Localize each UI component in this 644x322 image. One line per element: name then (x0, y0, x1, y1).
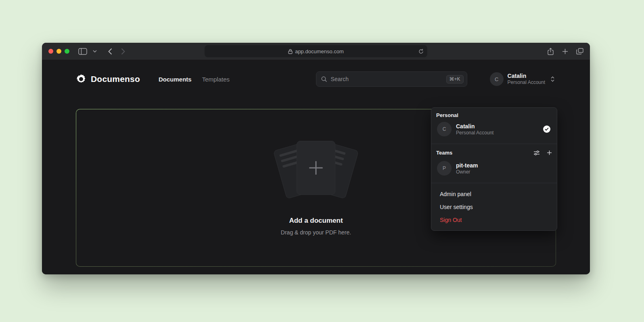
chevron-down-icon[interactable] (93, 50, 97, 52)
account-dropdown-menu: Personal C Catalin Personal Account (431, 107, 557, 231)
search-icon (321, 76, 327, 82)
search-placeholder: Search (331, 76, 349, 82)
documents-illustration (270, 140, 362, 201)
search-input[interactable]: Search ⌘+K (316, 71, 467, 87)
forward-icon[interactable] (121, 48, 125, 55)
back-icon[interactable] (108, 48, 112, 55)
minimize-window-button[interactable] (56, 49, 61, 54)
nav-documents[interactable]: Documents (159, 76, 192, 83)
personal-account-name: Catalin (456, 123, 493, 130)
account-name: Catalin (508, 73, 545, 80)
share-icon[interactable] (547, 48, 554, 55)
browser-titlebar: app.documenso.com (42, 43, 590, 60)
avatar: C (437, 122, 452, 136)
add-team-icon[interactable] (547, 150, 552, 155)
menu-item-admin-panel[interactable]: Admin panel (435, 188, 554, 201)
plus-icon (309, 161, 323, 175)
divider (431, 183, 557, 183)
manage-teams-icon[interactable] (533, 150, 540, 156)
lock-icon (288, 49, 293, 54)
app-header: Documenso Documents Templates Search ⌘+K… (42, 60, 590, 95)
personal-section-label: Personal (436, 112, 552, 118)
team-name: pit-team (456, 162, 478, 169)
selected-check-icon (543, 125, 550, 133)
main-nav: Documents Templates (159, 76, 230, 83)
brand-logo[interactable]: Documenso (76, 74, 140, 84)
url-text: app.documenso.com (295, 48, 344, 54)
personal-account-type: Personal Account (456, 130, 493, 136)
teams-section-label: Teams (436, 150, 452, 156)
team-role: Owner (456, 169, 478, 175)
close-window-button[interactable] (48, 49, 53, 54)
menu-item-sign-out[interactable]: Sign Out (435, 213, 554, 226)
dropzone-title: Add a document (289, 217, 343, 225)
chevron-up-down-icon (550, 75, 555, 83)
zoom-window-button[interactable] (65, 49, 69, 54)
reload-icon[interactable] (418, 48, 424, 54)
personal-account-item[interactable]: C Catalin Personal Account (436, 118, 552, 140)
brand-name: Documenso (91, 74, 140, 84)
dropzone-subtitle: Drag & drop your PDF here. (281, 229, 351, 236)
browser-window: app.documenso.com (42, 43, 590, 274)
tab-overview-icon[interactable] (576, 48, 583, 54)
account-type: Personal Account (508, 79, 545, 86)
window-controls (48, 49, 69, 54)
team-item[interactable]: P pit-team Owner (436, 157, 552, 179)
nav-templates[interactable]: Templates (202, 76, 230, 83)
address-bar[interactable]: app.documenso.com (205, 45, 427, 57)
avatar: C (490, 72, 504, 86)
menu-item-user-settings[interactable]: User settings (435, 201, 554, 213)
team-avatar: P (437, 161, 452, 176)
sidebar-toggle-icon[interactable] (78, 48, 87, 55)
account-menu-trigger[interactable]: C Catalin Personal Account (490, 72, 555, 86)
search-shortcut-badge: ⌘+K (446, 75, 464, 84)
add-document-card-icon (297, 141, 335, 195)
divider (431, 144, 557, 144)
documenso-logo-icon (76, 74, 86, 84)
documenso-app: Documenso Documents Templates Search ⌘+K… (42, 60, 590, 274)
new-tab-icon[interactable] (562, 48, 568, 54)
